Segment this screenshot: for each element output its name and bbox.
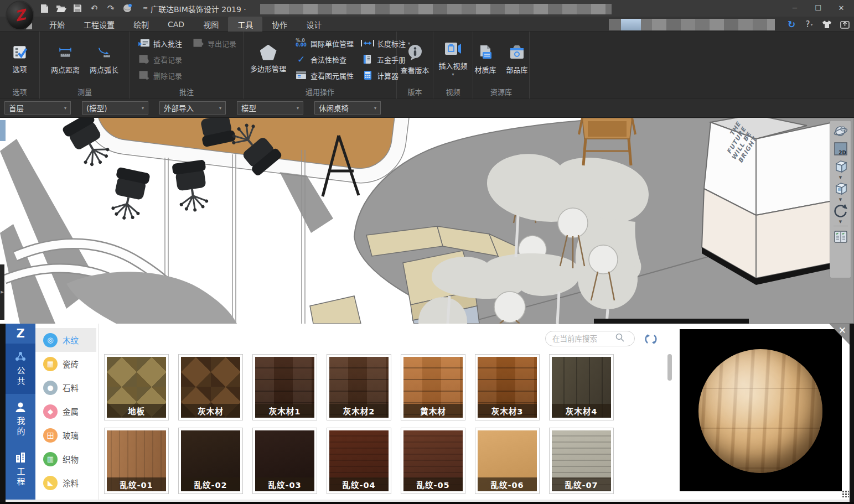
element-properties-button[interactable]: 查看图元属性 xyxy=(292,68,356,82)
tab-view[interactable]: 视图 xyxy=(194,17,228,32)
redacted-title-text xyxy=(260,4,612,14)
material-tile[interactable]: 乱纹-07 xyxy=(549,428,614,494)
sidebar-section-project[interactable]: 工程 xyxy=(6,444,35,495)
open-file-button[interactable] xyxy=(54,2,68,14)
refresh-button[interactable] xyxy=(644,332,658,346)
orbit-tool-button[interactable] xyxy=(832,123,850,139)
material-tile[interactable]: 地板 xyxy=(104,354,169,420)
category-fabric[interactable]: ▥织物 xyxy=(35,447,96,471)
material-tile[interactable]: 黄木材 xyxy=(401,354,465,420)
viewport-3d[interactable]: THE FUTURE WILL BE BRIGHT ▶ 2D ▼ ▼ ▼ xyxy=(0,118,854,324)
help-icon[interactable]: ?▾ xyxy=(803,18,815,30)
tab-draw[interactable]: 绘制 xyxy=(124,17,158,32)
ribbon-state-icon[interactable]: ≂ xyxy=(143,4,148,12)
display-settings-button[interactable] xyxy=(832,228,850,245)
ribbon-group-options: 选项 选项 xyxy=(0,32,40,98)
undo-button[interactable]: ↶▾ xyxy=(87,2,101,14)
search-icon[interactable] xyxy=(615,333,624,344)
material-tile[interactable]: 灰木材1 xyxy=(252,354,317,420)
fabric-icon: ▥ xyxy=(43,452,58,466)
sidebar-section-public[interactable]: 公共 xyxy=(6,344,35,394)
two-point-distance-button[interactable]: 两点距离 xyxy=(48,34,83,84)
sync-icon[interactable]: ↻ xyxy=(785,18,798,30)
grid-scrollbar[interactable] xyxy=(667,354,672,381)
view-2d-button[interactable]: 2D xyxy=(832,141,850,157)
theme-shirt-icon[interactable] xyxy=(821,18,833,30)
category-glass[interactable]: 田玻璃 xyxy=(35,423,96,447)
polygon-manage-button[interactable]: 多边形管理 xyxy=(247,34,289,84)
insert-video-button[interactable]: 插入视频 ▾ xyxy=(435,34,470,84)
chevron-down-icon[interactable]: ▼ xyxy=(839,220,842,224)
material-tile[interactable]: 灰木材 xyxy=(178,354,243,420)
category-paint[interactable]: ◣涂料 xyxy=(35,471,96,495)
quick-access-toolbar: ↶▾ ↷▾ xyxy=(38,2,134,15)
chevron-down-icon[interactable]: ▼ xyxy=(839,176,842,179)
material-tile[interactable]: 灰木材2 xyxy=(327,354,391,420)
publish-icon[interactable] xyxy=(839,18,851,30)
new-file-button[interactable] xyxy=(38,2,51,14)
material-tile[interactable]: 乱纹-04 xyxy=(327,428,391,494)
view-records-icon xyxy=(137,53,151,66)
app-logo[interactable]: Z xyxy=(7,2,33,29)
close-button[interactable]: ✕ xyxy=(830,0,853,15)
hardware-manual-icon xyxy=(360,53,375,66)
panel-collapse-handle[interactable]: ▶ xyxy=(0,264,4,320)
collaborate-icon[interactable] xyxy=(121,2,134,14)
rotate-view-button[interactable] xyxy=(832,202,850,219)
tab-design[interactable]: 设计 xyxy=(297,17,331,32)
view-records-button[interactable]: 查看记录 xyxy=(134,52,184,66)
search-input[interactable] xyxy=(551,334,612,344)
material-tile[interactable]: 乱纹-03 xyxy=(252,428,317,494)
view-box-button[interactable] xyxy=(832,180,850,197)
tab-cad[interactable]: CAD xyxy=(158,17,194,32)
material-tile[interactable]: 乱纹-01 xyxy=(104,428,169,494)
tab-tools[interactable]: 工具 xyxy=(228,17,262,32)
minimize-button[interactable]: ─ xyxy=(783,0,806,15)
check-icon: ✓ xyxy=(294,53,308,66)
resize-grip[interactable] xyxy=(841,490,849,497)
options-button[interactable]: 选项 xyxy=(8,34,32,84)
building-icon xyxy=(14,451,27,464)
view-version-button[interactable]: 查看版本 xyxy=(397,34,433,84)
tab-project-settings[interactable]: 工程设置 xyxy=(74,17,124,32)
import-selector[interactable]: 外部导入▾ xyxy=(159,101,226,115)
material-tile[interactable]: 灰木材4 xyxy=(549,354,614,420)
material-library-icon xyxy=(477,44,494,61)
redo-button[interactable]: ↷▾ xyxy=(104,2,117,14)
two-point-arc-button[interactable]: 两点弧长 xyxy=(86,34,122,84)
version-info-icon xyxy=(406,43,425,62)
floor-selector[interactable]: 首层▾ xyxy=(4,101,71,115)
chevron-down-icon[interactable]: ▼ xyxy=(839,198,842,201)
insert-annotation-button[interactable]: 插入批注 xyxy=(134,36,184,50)
category-stone[interactable]: ●石料 xyxy=(35,376,96,399)
legality-check-button[interactable]: ✓ 合法性检查 xyxy=(292,52,356,66)
furniture-selector[interactable]: 休闲桌椅▾ xyxy=(314,101,381,115)
material-tile[interactable]: 乱纹-02 xyxy=(178,428,243,494)
category-tile[interactable]: ▦瓷砖 xyxy=(35,352,96,376)
unit-manage-button[interactable]: %.00.00 国际单位管理 xyxy=(292,36,356,50)
window-edge-bottom xyxy=(0,502,854,504)
category-metal[interactable]: ◆金属 xyxy=(35,399,96,423)
material-tile[interactable]: 乱纹-05 xyxy=(401,428,465,494)
material-preview-sphere[interactable] xyxy=(698,349,822,473)
model-selector[interactable]: 模型▾ xyxy=(237,101,303,115)
category-wood[interactable]: ◎木纹 xyxy=(35,328,96,352)
tab-start[interactable]: 开始 xyxy=(40,17,74,32)
preview-area xyxy=(678,324,850,500)
material-grid: 地板 灰木材 灰木材1 灰木材2 黄木材 灰木材3 灰木材4 乱纹-01 乱纹-… xyxy=(104,354,614,494)
save-button[interactable] xyxy=(71,2,84,14)
library-search[interactable] xyxy=(545,331,635,346)
options-icon xyxy=(12,44,28,61)
material-tile[interactable]: 乱纹-06 xyxy=(475,428,540,494)
material-library-button[interactable]: 材质库 xyxy=(471,34,499,84)
ribbon-group-resources: 材质库 部品库 资源库 xyxy=(473,32,530,98)
view-cube-button[interactable] xyxy=(832,158,850,175)
material-tile[interactable]: 灰木材3 xyxy=(475,354,540,420)
component-library-button[interactable]: 部品库 xyxy=(503,34,531,84)
export-records-button[interactable]: 导出记录 xyxy=(189,36,239,50)
model-mode-selector[interactable]: (模型)▾ xyxy=(82,101,148,115)
sidebar-section-mine[interactable]: 我的 xyxy=(6,394,35,444)
delete-records-button[interactable]: 删除记录 xyxy=(134,68,184,82)
tab-collaborate[interactable]: 协作 xyxy=(262,17,297,32)
maximize-button[interactable]: ☐ xyxy=(806,0,830,15)
